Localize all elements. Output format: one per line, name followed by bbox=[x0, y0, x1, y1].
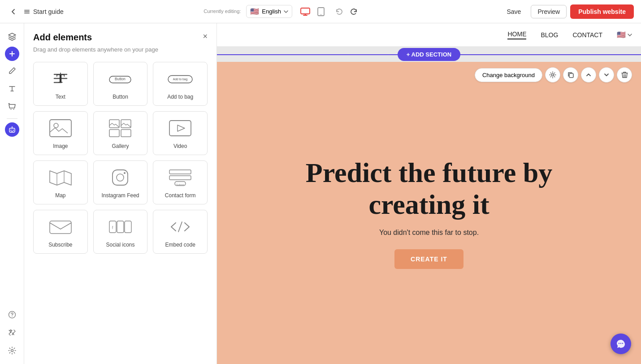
sidebar-item-question[interactable] bbox=[4, 307, 20, 323]
svg-point-21 bbox=[54, 123, 58, 128]
start-guide-label: Start guide bbox=[33, 8, 64, 15]
preview-button[interactable]: Preview bbox=[531, 5, 567, 18]
device-switcher bbox=[298, 5, 327, 18]
tablet-view-button[interactable] bbox=[315, 5, 327, 18]
svg-point-42 bbox=[620, 343, 621, 344]
subscribe-element-label: Subscribe bbox=[48, 242, 72, 248]
add-section-bar: + ADD SECTION bbox=[217, 47, 641, 62]
chat-icon bbox=[616, 339, 626, 349]
save-button[interactable]: Save bbox=[500, 5, 527, 18]
svg-point-7 bbox=[13, 109, 14, 110]
section-move-up-button[interactable] bbox=[581, 67, 596, 82]
nav-flag-icon: 🇺🇸 bbox=[617, 30, 626, 39]
website-nav: HOME BLOG CONTACT 🇺🇸 bbox=[217, 23, 641, 47]
gear-icon bbox=[549, 71, 556, 78]
language-selector[interactable]: 🇺🇸 English bbox=[246, 5, 292, 18]
section-delete-button[interactable] bbox=[617, 67, 632, 82]
svg-text:Add to bag: Add to bag bbox=[173, 78, 188, 81]
addtobag-element-icon: Add to bag bbox=[167, 68, 194, 90]
element-card-embedcode[interactable]: Embed code bbox=[153, 210, 208, 254]
element-card-contactform[interactable]: Submit Contact form bbox=[153, 160, 208, 204]
sidebar-item-text[interactable] bbox=[4, 81, 20, 97]
element-card-socialicons[interactable]: f Social icons bbox=[93, 210, 148, 254]
svg-point-14 bbox=[11, 350, 13, 352]
element-card-text[interactable]: T Text bbox=[33, 62, 88, 106]
section-settings-button[interactable] bbox=[545, 67, 560, 82]
image-element-icon bbox=[47, 117, 74, 139]
instagram-element-label: Instagram Feed bbox=[101, 192, 139, 199]
text-element-icon: T bbox=[47, 68, 74, 90]
hero-cta-button[interactable]: CREATE IT bbox=[394, 249, 463, 269]
nav-link-contact[interactable]: CONTACT bbox=[572, 31, 602, 39]
left-sidebar bbox=[0, 23, 24, 364]
svg-rect-22 bbox=[109, 120, 119, 128]
desktop-view-button[interactable] bbox=[298, 5, 313, 18]
topbar: Start guide Currently editing: 🇺🇸 Englis… bbox=[0, 0, 641, 23]
gallery-element-icon bbox=[107, 117, 134, 139]
svg-rect-26 bbox=[169, 121, 191, 136]
svg-point-6 bbox=[10, 109, 11, 110]
sidebar-item-layers[interactable] bbox=[4, 29, 20, 45]
element-card-subscribe[interactable]: Subscribe bbox=[33, 210, 88, 254]
start-guide-link[interactable]: Start guide bbox=[23, 8, 64, 15]
embedcode-element-icon bbox=[167, 216, 194, 238]
svg-rect-25 bbox=[121, 130, 131, 137]
hero-title[interactable]: Predict the future by creating it bbox=[272, 157, 586, 221]
section-duplicate-button[interactable] bbox=[563, 67, 578, 82]
question-icon bbox=[8, 311, 16, 319]
video-element-icon bbox=[167, 117, 194, 139]
topbar-left: Start guide bbox=[7, 5, 64, 18]
map-element-icon bbox=[47, 166, 74, 189]
sidebar-item-add[interactable] bbox=[5, 47, 19, 61]
instagram-element-icon bbox=[107, 166, 134, 189]
element-card-map[interactable]: Map bbox=[33, 160, 88, 204]
flag-icon: 🇺🇸 bbox=[250, 7, 259, 16]
layers-icon bbox=[8, 32, 17, 41]
element-card-gallery[interactable]: Gallery bbox=[93, 111, 148, 155]
add-section-button[interactable]: + ADD SECTION bbox=[398, 48, 460, 61]
publish-button[interactable]: Publish website bbox=[570, 4, 634, 19]
svg-rect-40 bbox=[569, 74, 573, 78]
element-card-video[interactable]: Video bbox=[153, 111, 208, 155]
nav-chevron-icon bbox=[628, 34, 632, 36]
svg-rect-31 bbox=[169, 176, 191, 180]
trash-icon bbox=[621, 71, 628, 78]
element-card-button[interactable]: Button Button bbox=[93, 62, 148, 106]
section-move-down-button[interactable] bbox=[599, 67, 614, 82]
svg-rect-36 bbox=[117, 221, 124, 233]
svg-text:Button: Button bbox=[115, 77, 126, 81]
svg-rect-27 bbox=[113, 170, 128, 185]
chat-bubble-button[interactable] bbox=[611, 334, 631, 354]
chevron-down-icon bbox=[284, 10, 288, 13]
undo-button[interactable] bbox=[333, 6, 346, 17]
canvas-area: HOME BLOG CONTACT 🇺🇸 + ADD SECTION Chang… bbox=[217, 23, 641, 364]
svg-point-9 bbox=[10, 130, 11, 130]
topbar-center: Currently editing: 🇺🇸 English bbox=[69, 5, 495, 18]
sidebar-item-translate[interactable] bbox=[4, 325, 20, 341]
svg-rect-23 bbox=[121, 120, 131, 128]
svg-point-13 bbox=[12, 316, 13, 317]
svg-rect-3 bbox=[301, 8, 310, 14]
element-card-addtobag[interactable]: Add to bag Add to bag bbox=[153, 62, 208, 106]
nav-link-home[interactable]: HOME bbox=[507, 30, 526, 39]
svg-text:Submit: Submit bbox=[176, 183, 185, 186]
text-tool-icon bbox=[8, 85, 16, 93]
sidebar-item-settings[interactable] bbox=[4, 342, 20, 359]
nav-link-blog[interactable]: BLOG bbox=[541, 31, 558, 39]
sidebar-item-ai[interactable] bbox=[5, 122, 19, 137]
sidebar-item-shop[interactable] bbox=[4, 99, 20, 115]
panel-close-button[interactable]: × bbox=[203, 32, 208, 40]
redo-button[interactable] bbox=[347, 6, 360, 17]
language-flag-nav[interactable]: 🇺🇸 bbox=[617, 30, 632, 39]
element-card-image[interactable]: Image bbox=[33, 111, 88, 155]
element-card-instagram[interactable]: Instagram Feed bbox=[93, 160, 148, 204]
hero-subtitle[interactable]: You didn't come this far to stop. bbox=[379, 229, 479, 237]
change-background-button[interactable]: Change background bbox=[475, 68, 542, 82]
svg-rect-24 bbox=[109, 130, 119, 137]
settings-icon bbox=[8, 347, 16, 355]
svg-point-39 bbox=[552, 74, 554, 76]
sidebar-item-pen[interactable] bbox=[4, 63, 20, 79]
back-button[interactable] bbox=[7, 5, 20, 18]
gallery-element-label: Gallery bbox=[112, 143, 129, 149]
section-toolbar: Change background bbox=[475, 67, 632, 82]
